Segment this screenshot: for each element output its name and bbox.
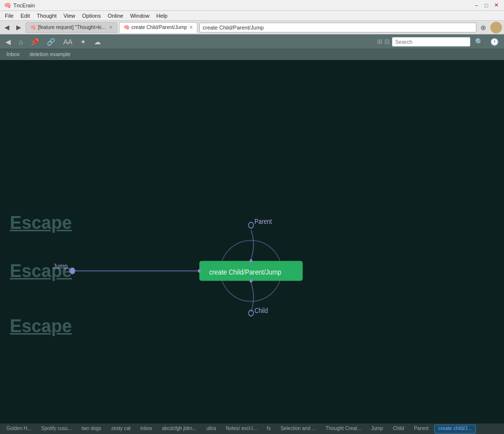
- clock-button[interactable]: 🕐: [488, 37, 501, 47]
- status-tab-create-child[interactable]: create child/J...: [434, 425, 476, 434]
- tabbar: ◀ ▶ 🧠 [feature request] "Thought>kidrop …: [0, 21, 504, 34]
- cloud-button[interactable]: ☁: [92, 37, 103, 47]
- svg-text:create Child/Parent/Jump: create Child/Parent/Jump: [209, 268, 282, 276]
- svg-point-10: [250, 259, 252, 263]
- svg-point-2: [249, 222, 253, 228]
- svg-text:Parent: Parent: [254, 217, 272, 225]
- status-tab-two-dogs[interactable]: two dogs: [77, 425, 106, 434]
- menu-window[interactable]: Window: [127, 12, 152, 20]
- view-tab-inbox[interactable]: Inbox: [2, 50, 24, 59]
- status-tab-spotify[interactable]: Spotify cuss...: [37, 425, 76, 434]
- avatar-image: [490, 22, 502, 33]
- pin-button[interactable]: 📌: [28, 37, 41, 47]
- toolbar: ◀ ⌂ 📌 🔗 AA ✦ ☁ ⊞ ⊟ 🔍 🕐: [0, 34, 504, 49]
- titlebar-controls: − □ ✕: [472, 1, 500, 9]
- layout-btn-1[interactable]: ⊞: [377, 38, 382, 45]
- app-title: TncErain: [13, 2, 35, 8]
- tab-label-2: create Child/Parent/Jump: [131, 25, 187, 30]
- status-tab-selection[interactable]: Selection and ...: [276, 425, 320, 434]
- restore-button[interactable]: □: [482, 1, 490, 9]
- home-button[interactable]: ⌂: [16, 37, 25, 47]
- menu-options[interactable]: Options: [79, 12, 104, 20]
- svg-point-6: [70, 268, 75, 274]
- menu-file[interactable]: File: [2, 12, 17, 20]
- thought-diagram: Parent Child Jump create Child/Parent/Ju…: [0, 60, 504, 423]
- address-bar[interactable]: [199, 23, 476, 32]
- view-tab-deletion[interactable]: deletion example: [25, 50, 75, 59]
- svg-text:Child: Child: [254, 307, 268, 314]
- close-button[interactable]: ✕: [492, 1, 500, 9]
- minimize-button[interactable]: −: [472, 1, 480, 9]
- titlebar: 🧠 TncErain − □ ✕: [0, 0, 504, 11]
- back-button[interactable]: ◀: [2, 23, 12, 32]
- tab-close-1[interactable]: ✕: [109, 25, 113, 30]
- add-tab-button[interactable]: ⊕: [478, 24, 488, 31]
- svg-point-12: [198, 269, 201, 273]
- search-input[interactable]: [392, 37, 471, 47]
- status-tab-jump[interactable]: Jump: [367, 425, 387, 434]
- menu-online[interactable]: Online: [105, 12, 126, 20]
- font-button[interactable]: AA: [61, 37, 75, 47]
- status-tab-ultra[interactable]: ultra: [202, 425, 220, 434]
- titlebar-left: 🧠 TncErain: [4, 2, 35, 9]
- view-tabs-row: Inbox deletion example: [0, 49, 504, 60]
- status-tab-thought-creat[interactable]: Thought Creat...: [321, 425, 366, 434]
- tab-create-child[interactable]: 🧠 create Child/Parent/Jump ✕: [119, 22, 197, 33]
- menu-help[interactable]: Help: [154, 12, 171, 20]
- forward-button[interactable]: ▶: [14, 23, 24, 32]
- svg-text:Jump: Jump: [53, 262, 67, 270]
- avatar: [490, 22, 502, 33]
- svg-point-11: [250, 279, 252, 282]
- status-tab-abcd[interactable]: abcdcfgh jldm...: [158, 425, 201, 434]
- menu-edit[interactable]: Edit: [18, 12, 33, 20]
- status-tab-golden[interactable]: Golden H...: [2, 425, 36, 434]
- menubar: File Edit Thought View Options Online Wi…: [0, 11, 504, 21]
- status-tab-notes[interactable]: Notes/ excl-l...: [221, 425, 261, 434]
- status-tab-zesty[interactable]: zesty cat: [107, 425, 135, 434]
- tab-feature-request[interactable]: 🧠 [feature request] "Thought>kidrop C...…: [26, 22, 117, 33]
- layout-btn-2[interactable]: ⊟: [384, 38, 390, 45]
- menu-thought[interactable]: Thought: [34, 12, 60, 20]
- tab-close-2[interactable]: ✕: [189, 25, 193, 30]
- status-tab-parent[interactable]: Parent: [410, 425, 433, 434]
- search-area: ⊞ ⊟ 🔍 🕐: [377, 37, 501, 47]
- status-tab-inbox[interactable]: inbox: [136, 425, 157, 434]
- sparkle-button[interactable]: ✦: [78, 37, 89, 47]
- back-nav-button[interactable]: ◀: [3, 37, 13, 47]
- menu-view[interactable]: View: [61, 12, 78, 20]
- link-button[interactable]: 🔗: [44, 37, 58, 47]
- main-canvas: Escape Escape Escape Parent Child Jump c…: [0, 60, 504, 423]
- status-tab-child[interactable]: Child: [388, 425, 409, 434]
- tab-label-1: [feature request] "Thought>kidrop C...: [38, 25, 107, 30]
- statusbar: Golden H... Spotify cuss... two dogs zes…: [0, 423, 504, 434]
- status-tab-fs[interactable]: fs: [262, 425, 275, 434]
- app-icon: 🧠: [4, 2, 11, 9]
- search-go-button[interactable]: 🔍: [472, 37, 486, 47]
